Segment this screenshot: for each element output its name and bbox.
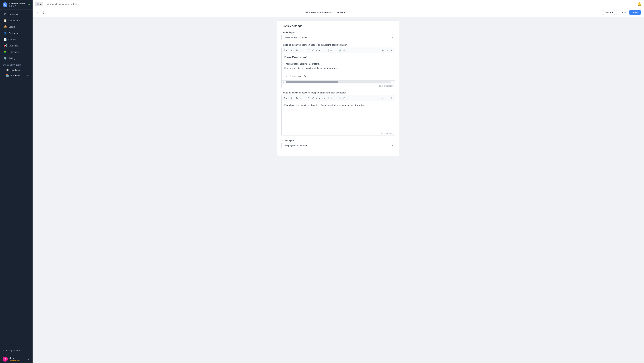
scroll-thumb — [286, 81, 338, 83]
editor1-line2: Here you will find an overview of the se… — [284, 67, 392, 70]
marketing-icon: 📢 — [4, 44, 7, 47]
sidebar-item-extensions[interactable]: 🧩 Extensions — [1, 49, 32, 55]
indent-button2[interactable]: ⇢ — [329, 96, 333, 100]
content-area: Display settings Header layout Use store… — [32, 17, 644, 363]
editor2-container: ¶ ▾ ⊞ B I U S X² X₂ ▾ ≡ ▾ — [282, 95, 395, 136]
sidebar-item-headless[interactable]: 🔲 Headless — [1, 67, 32, 73]
sidebar-item-label: Catalogues — [8, 19, 20, 22]
sep5 — [289, 97, 289, 99]
align-button2[interactable]: ≡ ▾ — [323, 96, 328, 100]
search-input[interactable] — [44, 3, 88, 5]
clear-button[interactable]: ⊘ — [390, 48, 394, 52]
subheader-actions: Dutch ▾ Cancel Save — [603, 10, 640, 15]
chevron-down-icon: ▾ — [612, 11, 613, 14]
sidebar-item-label: Customers — [8, 32, 19, 35]
scroll-left-button[interactable]: ‹ — [283, 81, 284, 84]
print-button[interactable]: 🖨 — [41, 10, 46, 15]
header-layout-label: Header layout — [282, 31, 395, 34]
editor1-scroll-controls: ‹ › — [282, 80, 395, 84]
editor1-container: ¶ ▾ ⊞ B I U S X² X₂ ▾ ≡ ▾ — [282, 47, 395, 88]
table-button[interactable]: ⊞ — [342, 48, 346, 52]
help-icon[interactable]: ? — [634, 2, 636, 6]
app-version: 6.4.16.0 — [9, 5, 25, 7]
add-sales-channel-button[interactable]: + — [28, 64, 30, 67]
align-button[interactable]: ≡ ▾ — [323, 48, 328, 52]
subscript-button2[interactable]: X₂ ▾ — [315, 96, 321, 100]
grid-button2[interactable]: ⊞ — [290, 96, 294, 100]
bell-icon[interactable]: 🔔 — [638, 2, 641, 6]
editor2-char-count: 88 characters — [282, 132, 395, 136]
back-button[interactable]: ‹ — [36, 10, 40, 15]
list-button[interactable]: 1. — [333, 48, 337, 52]
redo-button2[interactable]: ↪ — [386, 96, 389, 100]
paragraph-button2[interactable]: ¶ ▾ — [283, 96, 288, 100]
storefront-icon: 🏪 — [6, 74, 9, 77]
toolbar-paragraph-group: ¶ ▾ ⊞ B I U S X² X₂ ▾ ≡ ▾ — [283, 48, 346, 52]
header-layout-group: Header layout Use store logo in header — [282, 31, 395, 40]
sidebar-item-label: Marketing — [8, 45, 18, 47]
italic-button2[interactable]: I — [299, 96, 303, 100]
dashboard-icon: ⊞ — [4, 13, 7, 16]
undo-button2[interactable]: ↩ — [381, 96, 385, 100]
sales-channels-section: Sales Channels + — [0, 61, 32, 67]
editor2-toolbar: ¶ ▾ ⊞ B I U S X² X₂ ▾ ≡ ▾ — [282, 95, 395, 101]
sidebar-item-customers[interactable]: 👤 Customers — [1, 30, 32, 36]
editor1-line1: Thank you for shopping in our store. — [284, 62, 392, 66]
collapse-label: Collapse menu — [6, 349, 21, 352]
sidebar-item-content[interactable]: 📄 Content — [1, 36, 32, 43]
sidebar-item-storefront[interactable]: 🏪 Storefront 👁 — [1, 73, 32, 78]
editor1-body[interactable]: Dear Customer! Thank you for shopping in… — [282, 53, 395, 80]
sidebar-header: S Administration 6.4.16.0 — [0, 0, 32, 10]
scroll-right-button[interactable]: › — [392, 81, 394, 84]
sidebar-item-settings[interactable]: ⚙️ Settings — [1, 55, 32, 61]
collapse-menu-button[interactable]: ⊙ Collapse menu — [3, 348, 30, 353]
superscript-button2[interactable]: X² — [311, 96, 315, 100]
avatar: D — [3, 356, 8, 362]
sidebar-item-dashboard[interactable]: ⊞ Dashboard — [1, 11, 32, 17]
user-profile[interactable]: D demo Administrator ▲ — [0, 355, 32, 363]
header-layout-select[interactable]: Use store logo in header — [282, 35, 395, 40]
topbar-actions: ? 🔔 — [634, 2, 641, 6]
link-button[interactable]: 🔗 — [338, 48, 342, 52]
underline-button2[interactable]: U — [303, 96, 306, 100]
search-filter-button[interactable]: All ▾ — [35, 2, 43, 6]
strikethrough-button[interactable]: S — [307, 48, 310, 52]
editor1-heading: Dear Customer! — [284, 56, 392, 59]
editor2-body[interactable]: If you have any questions about the offe… — [282, 101, 395, 132]
scroll-track — [286, 81, 391, 83]
paragraph-button[interactable]: ¶ ▾ — [283, 48, 288, 52]
toolbar2-group: ¶ ▾ ⊞ B I U S X² X₂ ▾ ≡ ▾ — [283, 96, 346, 100]
sidebar-item-orders[interactable]: 📦 Orders — [1, 24, 32, 30]
strikethrough-button2[interactable]: S — [307, 96, 310, 100]
redo-button[interactable]: ↪ — [386, 48, 389, 52]
italic-button[interactable]: I — [299, 48, 303, 52]
grid-button[interactable]: ⊞ — [290, 48, 294, 52]
sidebar-item-marketing[interactable]: 📢 Marketing — [1, 43, 32, 49]
link-button2[interactable]: 🔗 — [338, 96, 342, 100]
chevron-down-icon: ▾ — [40, 3, 41, 5]
editor1-toolbar: ¶ ▾ ⊞ B I U S X² X₂ ▾ ≡ ▾ — [282, 47, 395, 53]
user-info: demo Administrator — [10, 357, 20, 361]
nav-buttons: ‹ 🖨 — [36, 10, 46, 15]
editor1-group: Text to be displayed between header and … — [282, 44, 395, 88]
underline-button[interactable]: U — [303, 48, 306, 52]
footer-layout-select[interactable]: Use pagination in footer — [282, 143, 395, 148]
list-button2[interactable]: 1. — [333, 96, 337, 100]
superscript-button[interactable]: X² — [311, 48, 315, 52]
cancel-button[interactable]: Cancel — [616, 10, 628, 15]
editor2-label: Text to be displayed between shopping ca… — [282, 91, 395, 94]
editor2-group: Text to be displayed between shopping ca… — [282, 91, 395, 136]
clear-button2[interactable]: ⊘ — [390, 96, 394, 100]
sidebar-footer: ⊙ Collapse menu — [0, 346, 32, 355]
sidebar-item-catalogues[interactable]: 📋 Catalogues — [1, 18, 32, 24]
bold-button[interactable]: B — [295, 48, 299, 52]
undo-button[interactable]: ↩ — [381, 48, 385, 52]
language-selector[interactable]: Dutch ▾ — [603, 10, 615, 15]
save-button[interactable]: Save — [630, 10, 640, 15]
bold-button2[interactable]: B — [295, 96, 299, 100]
subscript-button[interactable]: X₂ ▾ — [315, 48, 321, 52]
table-button2[interactable]: ⊞ — [342, 96, 346, 100]
sep7 — [322, 97, 322, 99]
indent-button[interactable]: ⇢ — [329, 48, 333, 52]
sidebar-item-label: Content — [8, 38, 16, 41]
